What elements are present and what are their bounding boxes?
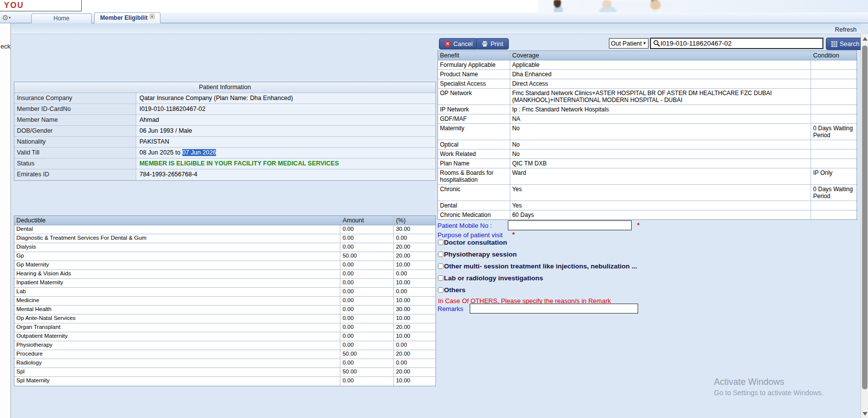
deductible-amount-cell: 0.00 xyxy=(340,359,393,367)
scrollbar-down-arrow-icon[interactable] xyxy=(863,412,868,416)
gear-icon[interactable]: ⚙▾ xyxy=(2,13,20,23)
purpose-option-checkbox[interactable] xyxy=(438,275,443,281)
cancel-x-icon: ✕ xyxy=(444,41,451,47)
vertical-scrollbar[interactable] xyxy=(861,34,868,418)
deductible-name-cell: Dialysis xyxy=(14,243,340,252)
benefit-row: Plan Name QIC TM DXB xyxy=(438,159,857,168)
cancel-button[interactable]: ✕ Cancel xyxy=(439,38,478,50)
deductible-row: Outpatient Maternity 0.00 10.00 xyxy=(14,332,435,341)
benefit-row: Product Name Dha Enhanced xyxy=(438,70,857,79)
benefit-cell: Chronic xyxy=(438,185,510,201)
eligibility-status-text: MEMBER IS ELIGIBLE IN YOUR FACILITY FOR … xyxy=(136,158,435,169)
deductible-row: Procedure 50.00 20.00 xyxy=(14,350,435,359)
remarks-input[interactable] xyxy=(470,304,638,314)
patient-row: Insurance Company Qatar Insurance Compan… xyxy=(14,93,435,104)
purpose-option-checkbox[interactable] xyxy=(438,252,443,257)
patient-row: Emirates ID 784-1993-2656768-4 xyxy=(14,169,435,180)
benefit-cell: IP Network xyxy=(438,105,510,114)
deductible-name-cell: Gp Maternity xyxy=(14,261,340,269)
print-label: Print xyxy=(490,41,503,48)
patient-row-value: 06 Jun 1993 / Male xyxy=(136,126,435,136)
patient-row-value: I019-010-118620467-02 xyxy=(136,104,435,114)
watermark-line2: Go to Settings to activate Windows. xyxy=(714,389,823,397)
coverage-cell: NA xyxy=(510,114,811,123)
benefit-table-header: Benefit Coverage Condition xyxy=(438,51,857,60)
patient-row-label: Status xyxy=(14,158,136,169)
activate-windows-watermark: Activate Windows Go to Settings to activ… xyxy=(714,377,823,397)
deductible-table-body: Dental 0.00 30.00 Diagnostic & Treatment… xyxy=(14,225,435,386)
deductible-percent-cell: 10.00 xyxy=(393,377,435,386)
purpose-option-row: Lab or radiology investigations xyxy=(438,275,715,282)
deductible-name-cell: Lab xyxy=(14,288,340,296)
purpose-option-checkbox[interactable] xyxy=(438,263,443,269)
deductible-amount-cell: 0.00 xyxy=(340,288,393,296)
benefit-cell: Rooms & Boards for hospitalisation xyxy=(438,168,510,184)
purpose-option-label: Lab or radiology investigations xyxy=(444,275,543,282)
deductible-name-cell: Physiotherapy xyxy=(14,341,340,350)
condition-cell xyxy=(811,114,857,123)
tab-member-eligibility[interactable]: Member Eligibilit✕ xyxy=(94,12,161,23)
deductible-amount-cell: 0.00 xyxy=(340,377,393,386)
purpose-option-checkbox[interactable] xyxy=(438,240,443,245)
benefit-cell: Optical xyxy=(438,140,510,149)
deductible-percent-cell: 10.00 xyxy=(393,314,435,323)
deductible-name-cell: Medicine xyxy=(14,297,340,305)
scrollbar-thumb[interactable] xyxy=(862,46,868,389)
deductible-row: Hearing & Vision Aids 0.00 0.00 xyxy=(14,270,435,279)
refresh-link[interactable]: Refresh xyxy=(835,26,857,33)
benefit-cell: Maternity xyxy=(438,124,510,140)
mobile-required-star: * xyxy=(637,221,640,229)
benefit-header-cell: Benefit xyxy=(438,51,510,60)
patient-info-table: Patient Information Insurance Company Qa… xyxy=(14,82,436,181)
deductible-percent-cell: 30.00 xyxy=(393,225,435,234)
purpose-option-row: Other multi- session treatment like inje… xyxy=(438,263,715,270)
deductible-amount-cell: 50.00 xyxy=(340,368,393,376)
scrollbar-up-arrow-icon[interactable] xyxy=(863,37,868,41)
print-button[interactable]: Print xyxy=(476,38,509,50)
collapsed-left-panel: eck xyxy=(0,23,11,418)
deductible-row: Gp Maternity 0.00 10.00 xyxy=(14,261,435,270)
deductible-amount-cell: 0.00 xyxy=(340,261,393,269)
deductible-percent-cell: 10.00 xyxy=(393,279,435,287)
purpose-option-checkbox[interactable] xyxy=(438,287,443,293)
purpose-options: Doctor consultation Physiotherapy sessio… xyxy=(438,239,715,299)
purpose-option-label: Others xyxy=(444,287,466,294)
visit-type-select[interactable]: Out Patient ▼ xyxy=(609,38,649,49)
tab-home[interactable]: Home xyxy=(31,13,92,23)
patient-row-label: Insurance Company xyxy=(14,93,136,104)
deductible-amount-cell: 0.00 xyxy=(340,225,393,234)
patient-row-valid-till: Valid Till 08 Jun 2025 to 07 Jun 2026 xyxy=(14,148,435,158)
condition-cell xyxy=(811,150,857,158)
deductible-percent-cell: 20.00 xyxy=(393,243,435,252)
search-button[interactable]: Search xyxy=(826,38,865,50)
benefit-cell: Specialist Access xyxy=(438,79,510,88)
member-search-input[interactable] xyxy=(660,40,820,47)
deductible-percent-cell: 20.00 xyxy=(393,368,435,376)
coverage-cell: Yes xyxy=(510,185,811,201)
deductible-amount-cell: 0.00 xyxy=(340,234,393,243)
benefit-row: Work Related No xyxy=(438,150,857,159)
benefit-cell: Work Related xyxy=(438,150,510,158)
tab-member-label: Member Eligibilit xyxy=(100,14,148,21)
benefit-row: GDF/MAF NA xyxy=(438,114,857,124)
deductible-name-cell: Radiology xyxy=(14,359,340,367)
deductible-name-cell: Organ Transplant xyxy=(14,323,340,332)
deductible-percent-cell: 0.00 xyxy=(393,359,435,367)
deductible-amount-cell: 0.00 xyxy=(340,243,393,252)
benefit-cell: Product Name xyxy=(438,70,510,79)
coverage-cell: QIC TM DXB xyxy=(510,159,811,168)
deductible-row: Radiology 0.00 0.00 xyxy=(14,359,435,368)
tab-close-icon[interactable]: ✕ xyxy=(150,14,155,19)
deductible-row: Spl 50.00 20.00 xyxy=(14,368,435,377)
deductible-percent-cell: 20.00 xyxy=(393,252,435,261)
deductible-row: Lab 0.00 0.00 xyxy=(14,288,435,297)
patient-mobile-input[interactable] xyxy=(508,220,632,230)
deductible-amount-cell: 0.00 xyxy=(340,332,393,341)
deductible-row: Organ Transplant 0.00 20.00 xyxy=(14,323,435,332)
logo-text: YOU xyxy=(4,1,24,10)
logo-box: YOU xyxy=(0,0,82,11)
deductible-row: Medicine 0.00 10.00 xyxy=(14,297,435,306)
condition-cell: 0 Days Waiting Period xyxy=(811,185,857,201)
top-strip: YOU xyxy=(0,0,868,12)
visit-type-value: Out Patient xyxy=(611,40,642,47)
